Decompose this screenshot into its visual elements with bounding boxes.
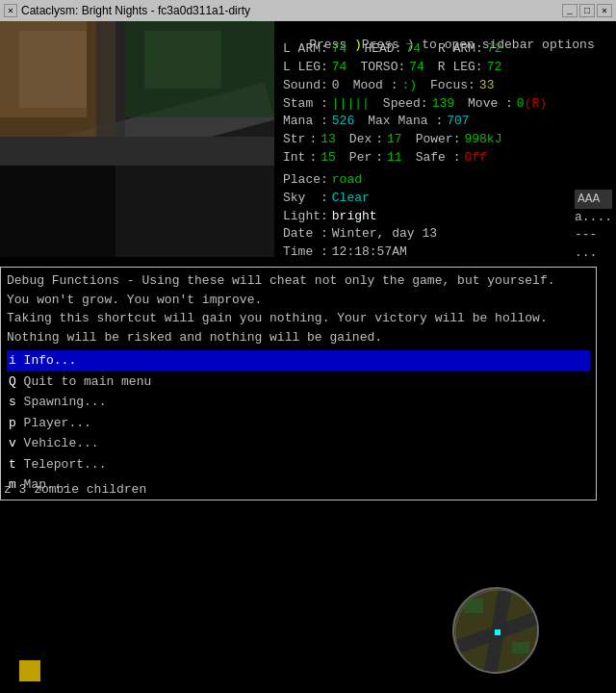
map-area [0,21,274,257]
debug-warning-line1: Debug Functions - Using these will cheat… [7,271,590,291]
titlebar-controls: _ □ ✕ [562,4,612,17]
debug-menu-item-v[interactable]: v Vehicle... [7,433,590,454]
svg-rect-15 [495,629,500,635]
sidebar-hint-separator: --- [575,226,612,244]
sidebar-hint-line2: a.... [575,209,612,226]
sidebar-hint: AAA a.... --- ... [575,190,612,262]
svg-rect-16 [464,599,483,613]
stat-line-time: Time : 12:18:57AM [283,244,603,262]
debug-warning: Debug Functions - Using these will cheat… [7,271,590,346]
game-area: Press )Press ) to open sidebar options L… [0,21,616,693]
titlebar: ✕ Cataclysm: Bright Nights - fc3a0d311a1… [0,0,616,21]
sidebar-hint-line1: AAA [575,190,612,209]
sidebar-hint-dots: ... [575,244,612,262]
svg-rect-8 [144,31,221,89]
stat-line-int: Int : 15 Per : 11 Safe : Off [283,149,603,167]
close-button[interactable]: ✕ [597,4,612,17]
stat-line-sound: Sound: 0 Mood : :) Focus: 33 [283,77,603,95]
titlebar-left: ✕ Cataclysm: Bright Nights - fc3a0d311a1… [4,4,250,17]
debug-warning-line3: Taking this shortcut will gain you nothi… [7,309,590,328]
stat-line-legs: L LEG: 74 TORSO: 74 R LEG: 72 [283,59,603,77]
debug-menu-items: i Info...Q Quit to main menus Spawning..… [7,350,590,496]
minimap [452,587,539,674]
stat-line-mana: Mana : 526 Max Mana : 707 [283,113,603,131]
svg-rect-4 [19,31,87,108]
stat-line-light: Light: bright [283,208,603,226]
debug-menu-item-s[interactable]: s Spawning... [7,392,590,413]
debug-menu-item-Q[interactable]: Q Quit to main menu [7,372,590,393]
stat-line-place: Place: road [283,171,603,190]
stat-line-str: Str : 13 Dex : 17 Power: 998kJ [283,131,603,149]
debug-menu-item-i[interactable]: i Info... [7,350,590,372]
minimize-button[interactable]: _ [562,4,578,17]
svg-rect-9 [0,166,116,257]
close-icon[interactable]: ✕ [4,4,17,17]
bottom-item [19,660,40,681]
stats-panel: L ARM: 74 HEAD: 74 R ARM: 72 L LEG: 74 T… [279,38,606,264]
message-area: z 3 zombie children [0,478,385,500]
map-svg [0,21,274,257]
maximize-button[interactable]: □ [579,4,595,17]
minimap-svg [454,589,539,674]
stat-line-date: Date : Winter, day 13 [283,225,603,244]
titlebar-title: Cataclysm: Bright Nights - fc3a0d311a1-d… [21,4,250,17]
debug-warning-line4: Nothing will be risked and nothing will … [7,328,590,347]
debug-menu-item-p[interactable]: p Player... [7,413,590,434]
svg-rect-17 [512,642,529,654]
debug-warning-line2: You won't grow. You won't improve. [7,291,590,310]
debug-overlay: Debug Functions - Using these will cheat… [0,267,597,500]
stat-line-stam: Stam : ||||| Speed: 139 Move : 0 (R) [283,95,603,114]
svg-rect-10 [116,166,274,257]
stat-line-sky: Sky : Clear [283,190,603,208]
stat-line-arms: L ARM: 74 HEAD: 74 R ARM: 72 [283,40,603,59]
message-text: z 3 zombie children [4,482,146,497]
debug-menu-item-t[interactable]: t Teleport... [7,454,590,475]
svg-rect-5 [0,137,274,166]
